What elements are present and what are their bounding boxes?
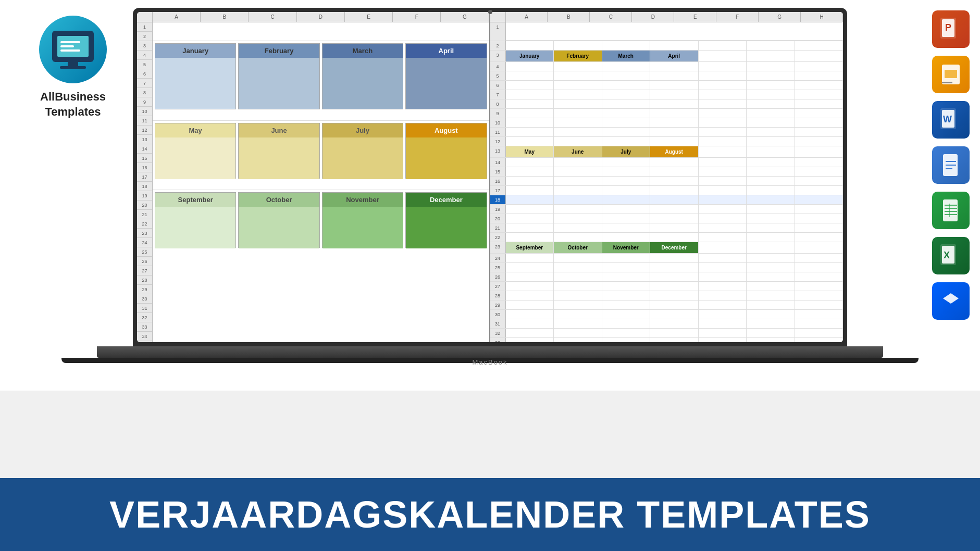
excel-icon[interactable]: X bbox=[932, 237, 970, 274]
right-row-10: 10 bbox=[490, 118, 843, 128]
right-mar-label: March bbox=[602, 51, 651, 61]
october-body bbox=[239, 207, 319, 248]
banner-text: VERJAARDAGSKALENDER TEMPLATES bbox=[109, 493, 871, 536]
row-10: 10 bbox=[137, 107, 152, 116]
right-header-spacer bbox=[490, 12, 506, 22]
august-header: August bbox=[406, 123, 486, 137]
right-r3-f bbox=[747, 51, 795, 61]
right-jan-label: January bbox=[506, 51, 554, 61]
september-body bbox=[155, 207, 235, 248]
july-header: July bbox=[322, 123, 403, 137]
row-16: 16 bbox=[137, 163, 152, 172]
march-body bbox=[322, 58, 403, 109]
right-r2-g bbox=[795, 41, 843, 50]
right-r2-f bbox=[747, 41, 795, 50]
row-33: 33 bbox=[137, 322, 152, 332]
row-5: 5 bbox=[137, 60, 152, 69]
col-e: E bbox=[345, 12, 393, 22]
right-fall-headers: 23 September October November December bbox=[490, 242, 843, 254]
fall-months-row: September October November bbox=[153, 190, 489, 250]
svg-text:▬▬: ▬▬ bbox=[942, 79, 952, 84]
february-body bbox=[239, 58, 319, 109]
powerpoint-icon[interactable]: P bbox=[932, 10, 970, 48]
right-row-2: 2 bbox=[490, 41, 843, 51]
brand-logo-screen bbox=[57, 36, 89, 57]
left-content: 1 2 3 4 5 6 7 8 9 10 11 12 13 bbox=[137, 22, 489, 342]
google-slides-icon[interactable]: ▬▬ bbox=[932, 56, 970, 93]
right-r2-c bbox=[602, 41, 651, 50]
col-g: G bbox=[441, 12, 489, 22]
row-15: 15 bbox=[137, 154, 152, 163]
right-row-14: 14 bbox=[490, 158, 843, 167]
right-col-f: F bbox=[716, 12, 759, 22]
right-row-8: 8 bbox=[490, 99, 843, 109]
row-23: 23 bbox=[137, 229, 152, 238]
june-header: June bbox=[239, 123, 319, 137]
bottom-banner: VERJAARDAGSKALENDER TEMPLATES bbox=[0, 478, 980, 551]
row-6: 6 bbox=[137, 69, 152, 79]
row-17: 17 bbox=[137, 172, 152, 182]
april-block: April bbox=[405, 43, 487, 109]
svg-rect-13 bbox=[943, 199, 958, 221]
june-body bbox=[239, 137, 319, 179]
macbook-screen: A B C D E F G 1 2 3 bbox=[133, 8, 847, 346]
header-spacer bbox=[137, 12, 153, 22]
macbook-camera bbox=[488, 10, 492, 14]
right-col-a: A bbox=[506, 12, 548, 22]
december-block: December bbox=[405, 192, 487, 248]
logo-line-2 bbox=[60, 45, 74, 47]
spreadsheet: A B C D E F G 1 2 3 bbox=[137, 12, 843, 342]
december-header: December bbox=[406, 193, 486, 207]
right-apr-label: April bbox=[650, 51, 699, 61]
right-row-25: 25 bbox=[490, 263, 843, 272]
january-body bbox=[155, 58, 235, 109]
svg-rect-17 bbox=[945, 214, 957, 215]
right-rn-2: 2 bbox=[490, 41, 506, 50]
right-row-22: 22 bbox=[490, 233, 843, 242]
right-row-27: 27 bbox=[490, 282, 843, 291]
right-row-5: 5 bbox=[490, 71, 843, 81]
brand-logo bbox=[39, 16, 107, 83]
brand-logo-base bbox=[60, 66, 86, 69]
right-nov-label: November bbox=[602, 242, 651, 253]
right-row-19: 19 bbox=[490, 205, 843, 214]
svg-text:P: P bbox=[945, 22, 951, 33]
right-r3-e bbox=[699, 51, 747, 61]
row-8: 8 bbox=[137, 88, 152, 97]
right-title-row: 1 bbox=[490, 22, 843, 41]
july-body bbox=[322, 137, 403, 179]
right-row-28: 28 bbox=[490, 291, 843, 300]
right-r2-b bbox=[554, 41, 602, 50]
word-icon[interactable]: W bbox=[932, 101, 970, 139]
row-24: 24 bbox=[137, 238, 152, 247]
november-block: November bbox=[322, 192, 403, 248]
row-25: 25 bbox=[137, 247, 152, 257]
april-body bbox=[406, 58, 486, 109]
google-sheets-icon[interactable] bbox=[932, 192, 970, 229]
right-dec-label: December bbox=[650, 242, 699, 253]
right-row-24: 24 bbox=[490, 254, 843, 263]
row-34: 34 bbox=[137, 332, 152, 341]
brand-logo-inner bbox=[52, 31, 94, 62]
col-c: C bbox=[249, 12, 296, 22]
col-d: D bbox=[297, 12, 345, 22]
macbook-label: MacBook bbox=[472, 358, 507, 366]
december-body bbox=[406, 207, 486, 248]
row-22: 22 bbox=[137, 219, 152, 229]
right-row-21: 21 bbox=[490, 223, 843, 233]
svg-rect-14 bbox=[945, 205, 957, 206]
right-summer-headers: 13 May June July August bbox=[490, 146, 843, 158]
right-r3-g bbox=[795, 51, 843, 61]
right-rn-23: 23 bbox=[490, 242, 506, 253]
row-30: 30 bbox=[137, 294, 152, 304]
july-block: July bbox=[322, 123, 403, 179]
right-col-b: B bbox=[548, 12, 590, 22]
right-col-d: D bbox=[632, 12, 674, 22]
right-col-e: E bbox=[674, 12, 716, 22]
sheet-right: A B C D E F G H 1 bbox=[490, 12, 843, 342]
february-block: February bbox=[238, 43, 319, 109]
row-12: 12 bbox=[137, 126, 152, 135]
dropbox-icon[interactable] bbox=[932, 282, 970, 320]
row-3: 3 bbox=[137, 41, 152, 51]
google-docs-icon[interactable] bbox=[932, 146, 970, 184]
